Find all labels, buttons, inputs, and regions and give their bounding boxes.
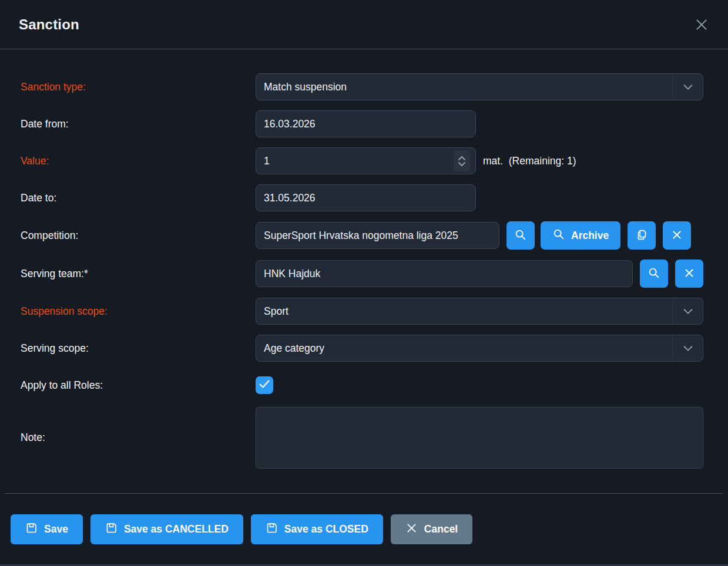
save-icon [105,522,118,537]
dialog-header: Sanction [0,0,728,49]
date-from-field [256,110,476,137]
date-to-label: Date to: [0,192,256,204]
save-icon [25,522,38,537]
row-competition: Competition: Archive [0,221,728,250]
note-textarea[interactable] [256,407,703,469]
save-button-label: Save [44,523,68,535]
row-value: Value: mat. (Remaining: 1) [0,147,728,174]
save-as-closed-label: Save as CLOSED [284,523,368,535]
row-suspension-scope: Suspension scope: Sport [0,298,728,325]
search-icon [648,267,660,281]
x-icon [670,228,683,243]
sanction-type-value: Match suspension [264,81,347,93]
row-date-to: Date to: [0,184,728,211]
competition-field [256,222,499,249]
value-field [256,147,476,174]
footer-divider [5,493,723,494]
serving-team-clear-button[interactable] [675,260,703,288]
date-from-input[interactable] [264,118,468,130]
save-as-cancelled-button[interactable]: Save as CANCELLED [90,514,243,544]
date-to-input[interactable] [264,192,468,204]
dialog-title: Sanction [19,16,79,33]
save-as-closed-button[interactable]: Save as CLOSED [251,514,383,544]
save-icon [266,522,278,537]
row-apply-all-roles: Apply to all Roles: [0,376,728,394]
checkmark-icon [258,378,271,393]
value-input[interactable] [264,155,454,167]
competition-input[interactable] [264,230,491,242]
number-spinner[interactable] [454,150,470,171]
competition-archive-button[interactable]: Archive [541,221,620,250]
competition-label: Competition: [0,230,256,242]
serving-team-input[interactable] [264,268,625,280]
row-serving-scope: Serving scope: Age category [0,335,728,362]
sanction-type-select[interactable]: Match suspension [256,73,703,100]
sanction-type-label: Sanction type: [0,81,256,93]
apply-all-roles-checkbox[interactable] [256,376,273,394]
chevron-down-icon[interactable] [672,74,703,100]
serving-team-search-button[interactable] [640,260,668,288]
dialog-footer: Save Save as CANCELLED Save as CLOSED Ca… [0,514,728,544]
serving-scope-label: Serving scope: [0,342,256,355]
x-icon [405,522,418,537]
cancel-button[interactable]: Cancel [391,514,472,544]
chevron-down-icon[interactable] [672,335,703,361]
value-suffix: mat. (Remaining: 1) [483,155,576,167]
date-to-field [256,184,476,211]
row-serving-team: Serving team:* [0,260,728,288]
row-note: Note: [0,407,728,469]
cancel-button-label: Cancel [424,523,458,535]
suspension-scope-value: Sport [264,305,288,318]
chevron-down-icon[interactable] [672,298,703,324]
archive-button-label: Archive [571,230,609,242]
serving-team-field [256,260,633,287]
competition-search-button[interactable] [506,221,535,250]
row-date-from: Date from: [0,110,728,137]
value-label: Value: [0,155,256,167]
save-button[interactable]: Save [11,514,83,544]
note-label: Note: [0,432,256,444]
date-from-label: Date from: [0,118,256,130]
save-as-cancelled-label: Save as CANCELLED [124,523,229,535]
serving-scope-value: Age category [264,342,324,355]
suspension-scope-select[interactable]: Sport [256,298,703,325]
apply-all-roles-label: Apply to all Roles: [0,379,256,392]
serving-scope-select[interactable]: Age category [256,335,703,362]
close-icon[interactable] [693,16,710,33]
search-icon [552,228,565,244]
row-sanction-type: Sanction type: Match suspension [0,73,728,100]
sanction-form: Sanction type: Match suspension Date fro… [0,49,728,469]
serving-team-label: Serving team:* [0,268,256,280]
x-icon [683,267,696,281]
competition-copy-button[interactable] [628,221,656,250]
competition-clear-button[interactable] [663,221,691,250]
copy-icon [635,228,648,243]
suspension-scope-label: Suspension scope: [0,305,256,318]
search-icon [514,228,527,243]
